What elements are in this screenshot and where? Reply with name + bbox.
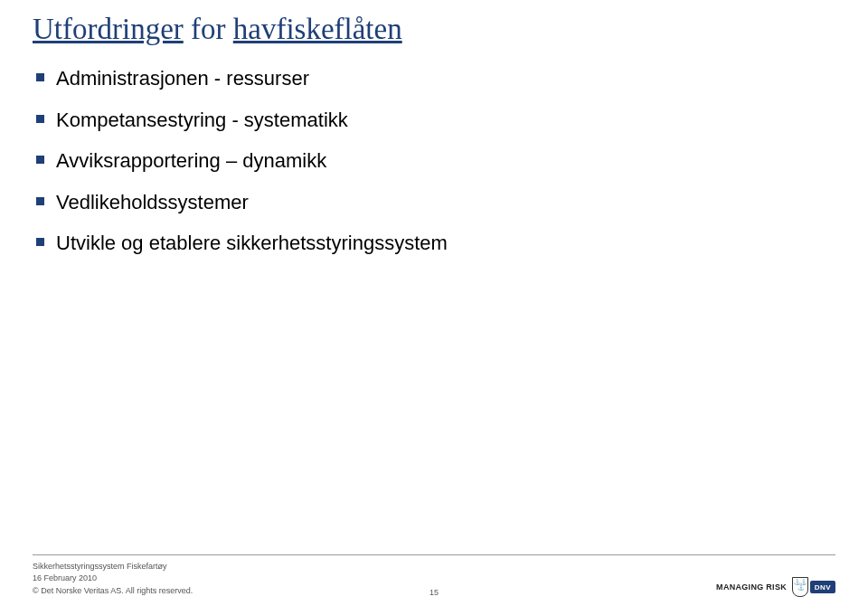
slide-title: Utfordringer for havfiskeflåten	[33, 13, 835, 46]
title-word-1: Utfordringer	[33, 13, 184, 45]
dnv-logo: ⚓⚓ ⚓ DNV	[792, 577, 835, 597]
footer-divider	[33, 554, 835, 555]
footer-copyright: © Det Norske Veritas AS. All rights rese…	[33, 585, 193, 598]
slide-footer: Sikkerhetsstyringssystem Fiskefartøy 16 …	[0, 554, 868, 598]
bullet-item: Administrasjonen - ressurser	[36, 66, 835, 91]
footer-right-block: MANAGING RISK ⚓⚓ ⚓ DNV	[716, 577, 835, 597]
bullet-item: Utvikle og etablere sikkerhetsstyringssy…	[36, 231, 835, 256]
bullet-item: Avviksrapportering – dynamikk	[36, 148, 835, 174]
bullet-item: Vedlikeholdssystemer	[36, 190, 835, 215]
dnv-badge: DNV	[810, 581, 835, 593]
footer-date: 16 February 2010	[33, 573, 193, 585]
page-number: 15	[429, 588, 439, 597]
footer-left-block: Sikkerhetsstyringssystem Fiskefartøy 16 …	[33, 561, 193, 598]
bullet-list: Administrasjonen - ressurser Kompetanses…	[33, 66, 835, 256]
title-connector: for	[184, 13, 233, 45]
bullet-item: Kompetansestyring - systematikk	[36, 108, 835, 133]
title-word-2: havfiskeflåten	[233, 13, 402, 45]
footer-project: Sikkerhetsstyringssystem Fiskefartøy	[33, 561, 193, 573]
tagline: MANAGING RISK	[716, 582, 787, 592]
anchor-icon: ⚓	[797, 585, 804, 591]
shield-icon: ⚓⚓ ⚓	[792, 577, 808, 597]
